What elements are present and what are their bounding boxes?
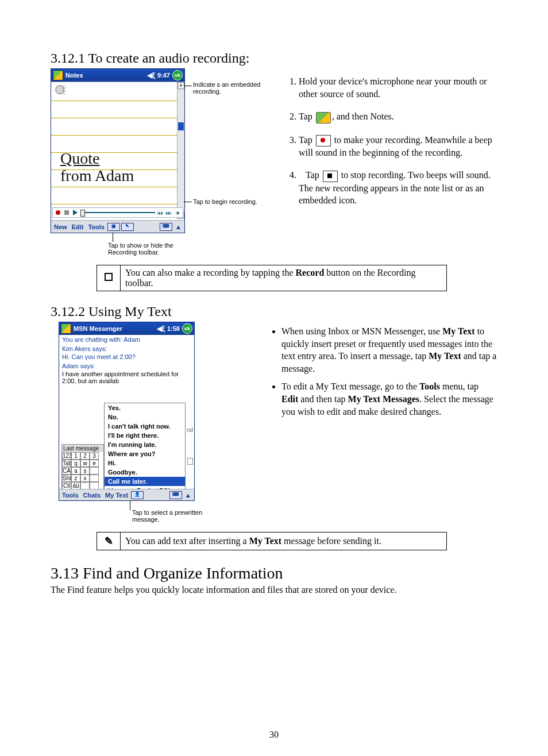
callout-tap-show: Tap to show or hide the Recording toolba… — [108, 242, 183, 256]
notes-canvas[interactable]: Quote from Adam ▲ ▼ — [51, 82, 184, 219]
menu-mytext[interactable]: My Text — [103, 492, 130, 499]
chat-header: You are chatting with: Adam — [59, 335, 194, 344]
mytext-option[interactable]: Where are you? — [105, 449, 185, 458]
note-box-3-12-1: You can also make a recording by tapping… — [97, 265, 447, 291]
caret-up-icon[interactable]: ▲ — [183, 492, 193, 499]
step-3: Tap to make your recording. Meanwhile a … — [299, 134, 497, 159]
step-4: Tap to stop recording. Two beeps will so… — [299, 169, 497, 207]
mytext-option-selected[interactable]: Call me later. — [105, 477, 185, 486]
menu-tools[interactable]: Tools — [60, 492, 80, 499]
speaker-icon[interactable]: ◀ξ — [157, 325, 165, 333]
bullet-2: To edit a My Text message, go to the Too… — [281, 380, 497, 418]
msn-menubar: Tools Chats My Text 👤 ⌨ ▲ — [59, 489, 194, 500]
pencil-icon: ✎ — [105, 535, 113, 547]
start-icon[interactable] — [61, 323, 71, 334]
stop-button[interactable] — [63, 209, 70, 216]
kb-row-3[interactable]: CAPas — [62, 467, 103, 475]
step-1: Hold your device's microphone near your … — [299, 75, 497, 100]
caret-up-icon[interactable]: ▲ — [173, 223, 183, 230]
heading-3-13: 3.13 Find and Organize Information — [51, 564, 497, 583]
svg-point-0 — [56, 86, 64, 94]
kim-msg: Hi. Can you meet at 2:00? — [59, 353, 194, 361]
seek-slider[interactable] — [80, 212, 155, 213]
forward-button[interactable]: ⏭ — [165, 209, 172, 216]
handwriting: Quote from Adam — [60, 150, 174, 184]
msn-device: MSN Messenger ◀ξ 1:58 ok You are chattin… — [59, 322, 195, 501]
play-button[interactable] — [72, 209, 79, 216]
callout-embedded: Indicate s an embedded recording. — [193, 81, 261, 95]
volume-button[interactable]: 🕩 — [174, 209, 181, 216]
speaker-icon[interactable]: ◀ξ — [147, 71, 155, 79]
record-icon-inline — [316, 135, 331, 146]
rewind-button[interactable]: ⏮ — [157, 209, 164, 216]
notes-titlebar: Notes ◀ξ 9:47 ok — [51, 69, 184, 82]
chat-body: You are chatting with: Adam Kim Akers sa… — [59, 335, 194, 488]
msn-figure: MSN Messenger ◀ξ 1:58 ok You are chattin… — [51, 322, 246, 529]
keyboard-icon[interactable]: ⌨ — [169, 491, 182, 499]
buddy-icon[interactable]: 👤 — [131, 491, 144, 499]
mytext-option[interactable]: Hi. — [105, 458, 185, 468]
heading-3-12-1: 3.12.1 To create an audio recording: — [51, 51, 497, 66]
scroll-handle-icon[interactable] — [187, 458, 193, 465]
pen-icon[interactable]: ✎ — [121, 223, 134, 231]
recording-toolbar: ⏮ ⏭ 🕩 — [52, 207, 183, 218]
kim-says-label: Kim Akers says: — [59, 344, 194, 353]
embedded-recording-icon[interactable] — [55, 84, 67, 97]
menu-new[interactable]: New — [52, 223, 69, 230]
notes-figure: Notes ◀ξ 9:47 ok — [51, 68, 263, 258]
page-number: 30 — [0, 730, 548, 740]
kb-row-2[interactable]: Tabqwe — [62, 460, 103, 467]
clock: 9:47 — [157, 72, 170, 79]
msn-title: MSN Messenger — [74, 325, 122, 332]
adam-says-label: Adam says: — [59, 361, 194, 371]
note-box-3-12-2: ✎ You can add text after inserting a My … — [97, 532, 447, 550]
last-message-label: Last message — [62, 445, 103, 452]
kb-row-1[interactable]: 123123 — [62, 452, 103, 460]
keyboard-icon[interactable]: ⌨ — [160, 223, 172, 231]
clock: 1:58 — [167, 325, 180, 332]
menu-edit[interactable]: Edit — [70, 223, 86, 230]
bullets-3-12-2: When using Inbox or MSN Messenger, use M… — [269, 325, 497, 418]
steps-list-3-12-1: Hold your device's microphone near your … — [286, 75, 497, 207]
mytext-option[interactable]: I'll be right there. — [105, 431, 185, 440]
kb-row-4[interactable]: Shiftzx — [62, 475, 103, 482]
stop-icon — [105, 273, 113, 281]
notes-menubar: New Edit Tools ▣ ✎ ⌨ ▲ — [51, 220, 184, 233]
heading-3-12-2: 3.12.2 Using My Text — [51, 304, 497, 319]
adam-msg: I have another appointment scheduled for… — [59, 371, 194, 385]
ok-button[interactable]: ok — [182, 323, 192, 334]
keyboard-fragment[interactable]: Last message 123123 Tabqwe CAPas Shiftzx… — [61, 444, 104, 490]
notes-device: Notes ◀ξ 9:47 ok — [51, 68, 185, 233]
callout-select-prewritten: Tap to select a prewritten message. — [132, 509, 207, 523]
scrollbar-vertical[interactable]: ▲ ▼ — [177, 82, 184, 219]
mytext-popup[interactable]: Yes. No. I can't talk right now. I'll be… — [104, 403, 186, 496]
callout-tap-begin: Tap to begin recording. — [193, 198, 257, 205]
record-button[interactable] — [55, 209, 61, 216]
mytext-option[interactable]: Yes. — [105, 403, 185, 412]
recording-toolbar-toggle-icon[interactable]: ▣ — [107, 223, 120, 231]
body-3-13: The Find feature helps you quickly locat… — [51, 585, 497, 595]
menu-tools[interactable]: Tools — [86, 223, 106, 230]
notes-title: Notes — [65, 72, 83, 79]
start-icon-inline — [316, 112, 331, 124]
mytext-option[interactable]: I'm running late. — [105, 440, 185, 449]
bullet-1: When using Inbox or MSN Messenger, use M… — [281, 325, 497, 375]
mytext-option[interactable]: No. — [105, 412, 185, 422]
mytext-option[interactable]: I can't talk right now. — [105, 422, 185, 431]
start-icon[interactable] — [53, 70, 63, 80]
nd-fragment: nd — [187, 427, 193, 433]
mytext-option[interactable]: Goodbye. — [105, 468, 185, 477]
ok-button[interactable]: ok — [172, 70, 183, 80]
menu-chats[interactable]: Chats — [82, 492, 103, 499]
stop-icon-inline — [323, 171, 338, 182]
msn-titlebar: MSN Messenger ◀ξ 1:58 ok — [59, 322, 194, 335]
step-2: Tap , and then Notes. — [299, 110, 497, 123]
